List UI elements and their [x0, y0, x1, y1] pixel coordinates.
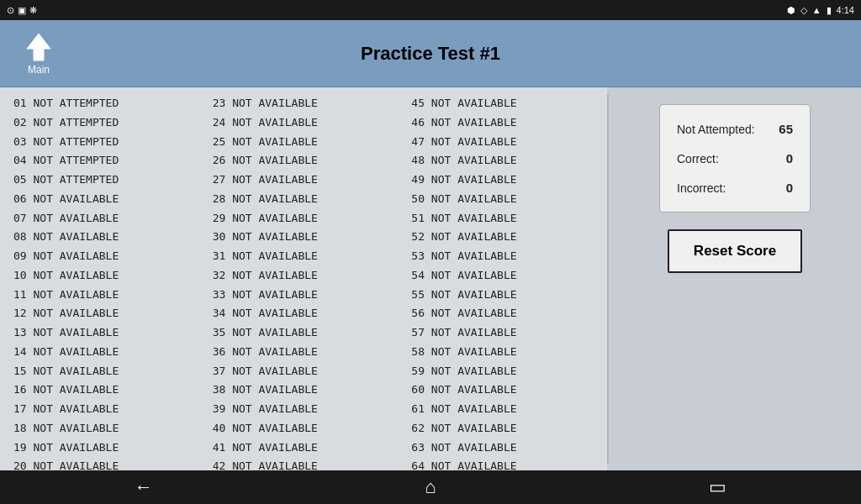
- reset-score-button[interactable]: Reset Score: [668, 229, 802, 273]
- sd-icon: ▣: [18, 5, 26, 16]
- list-item[interactable]: 33 NOT AVAILABLE: [213, 286, 395, 305]
- svg-marker-0: [27, 34, 50, 60]
- score-box: Not Attempted: 65 Correct: 0 Incorrect: …: [659, 104, 811, 213]
- list-item[interactable]: 53 NOT AVAILABLE: [411, 247, 594, 266]
- list-item[interactable]: 20 NOT AVAILABLE: [13, 457, 196, 470]
- list-item[interactable]: 49 NOT AVAILABLE: [411, 171, 594, 190]
- list-item[interactable]: 19 NOT AVAILABLE: [13, 438, 196, 458]
- list-item[interactable]: 62 NOT AVAILABLE: [411, 419, 594, 438]
- list-item[interactable]: 31 NOT AVAILABLE: [213, 247, 395, 266]
- question-columns: 01 NOT ATTEMPTED02 NOT ATTEMPTED03 NOT A…: [13, 94, 594, 470]
- list-item[interactable]: 05 NOT ATTEMPTED: [13, 171, 196, 190]
- list-item[interactable]: 58 NOT AVAILABLE: [411, 343, 594, 362]
- list-item[interactable]: 64 NOT AVAILABLE: [411, 457, 594, 470]
- status-left-icons: ⊙ ▣ ❋: [7, 5, 37, 16]
- incorrect-row: Incorrect: 0: [677, 181, 793, 195]
- list-item[interactable]: 15 NOT AVAILABLE: [13, 362, 196, 381]
- list-item[interactable]: 38 NOT AVAILABLE: [213, 381, 395, 400]
- list-item[interactable]: 63 NOT AVAILABLE: [411, 438, 594, 458]
- list-item[interactable]: 16 NOT AVAILABLE: [13, 381, 196, 400]
- list-item[interactable]: 54 NOT AVAILABLE: [411, 266, 594, 286]
- list-item[interactable]: 02 NOT ATTEMPTED: [13, 113, 196, 133]
- right-panel: Not Attempted: 65 Correct: 0 Incorrect: …: [609, 87, 861, 470]
- list-item[interactable]: 47 NOT AVAILABLE: [411, 133, 594, 152]
- not-attempted-label: Not Attempted:: [677, 123, 755, 136]
- back-nav-button[interactable]: ←: [119, 470, 169, 504]
- question-list[interactable]: 01 NOT ATTEMPTED02 NOT ATTEMPTED03 NOT A…: [0, 87, 607, 470]
- list-item[interactable]: 57 NOT AVAILABLE: [411, 323, 594, 343]
- list-item[interactable]: 46 NOT AVAILABLE: [411, 113, 594, 133]
- incorrect-label: Incorrect:: [677, 181, 726, 195]
- list-item[interactable]: 39 NOT AVAILABLE: [213, 400, 395, 419]
- clock: 4:14: [837, 5, 854, 15]
- list-item[interactable]: 29 NOT AVAILABLE: [213, 209, 395, 228]
- list-item[interactable]: 12 NOT AVAILABLE: [13, 304, 196, 323]
- correct-value: 0: [786, 151, 793, 165]
- list-item[interactable]: 14 NOT AVAILABLE: [13, 343, 196, 362]
- list-item[interactable]: 18 NOT AVAILABLE: [13, 419, 196, 438]
- page-title: Practice Test #1: [0, 43, 861, 65]
- list-item[interactable]: 23 NOT AVAILABLE: [213, 94, 395, 113]
- list-item[interactable]: 61 NOT AVAILABLE: [411, 400, 594, 419]
- not-attempted-value: 65: [779, 122, 793, 136]
- question-column: 45 NOT AVAILABLE46 NOT AVAILABLE47 NOT A…: [411, 94, 594, 470]
- list-item[interactable]: 13 NOT AVAILABLE: [13, 323, 196, 343]
- notification-icon: ◇: [800, 5, 807, 16]
- back-button[interactable]: Main: [13, 32, 64, 76]
- list-item[interactable]: 51 NOT AVAILABLE: [411, 209, 594, 228]
- bluetooth-icon: ⬢: [787, 5, 795, 16]
- list-item[interactable]: 55 NOT AVAILABLE: [411, 286, 594, 305]
- list-item[interactable]: 59 NOT AVAILABLE: [411, 362, 594, 381]
- list-item[interactable]: 28 NOT AVAILABLE: [213, 190, 395, 209]
- battery-icon: ▮: [827, 5, 832, 16]
- list-item[interactable]: 37 NOT AVAILABLE: [213, 362, 395, 381]
- incorrect-value: 0: [786, 181, 793, 195]
- wifi-icon: ▲: [812, 5, 821, 15]
- list-item[interactable]: 34 NOT AVAILABLE: [213, 304, 395, 323]
- app-container: Main Practice Test #1 01 NOT ATTEMPTED02…: [0, 20, 861, 470]
- not-attempted-row: Not Attempted: 65: [677, 122, 793, 136]
- home-nav-button[interactable]: ⌂: [405, 470, 456, 504]
- list-item[interactable]: 30 NOT AVAILABLE: [213, 228, 395, 247]
- list-item[interactable]: 17 NOT AVAILABLE: [13, 400, 196, 419]
- list-item[interactable]: 56 NOT AVAILABLE: [411, 304, 594, 323]
- question-column: 01 NOT ATTEMPTED02 NOT ATTEMPTED03 NOT A…: [13, 94, 196, 470]
- list-item[interactable]: 01 NOT ATTEMPTED: [13, 94, 196, 113]
- list-item[interactable]: 25 NOT AVAILABLE: [213, 133, 395, 152]
- list-item[interactable]: 26 NOT AVAILABLE: [213, 151, 395, 171]
- circle-icon: ⊙: [7, 5, 14, 16]
- app-icon: ❋: [29, 5, 37, 16]
- list-item[interactable]: 32 NOT AVAILABLE: [213, 266, 395, 286]
- status-bar: ⊙ ▣ ❋ ⬢ ◇ ▲ ▮ 4:14: [0, 0, 861, 20]
- header: Main Practice Test #1: [0, 20, 861, 87]
- list-item[interactable]: 09 NOT AVAILABLE: [13, 247, 196, 266]
- list-item[interactable]: 04 NOT ATTEMPTED: [13, 151, 196, 171]
- list-item[interactable]: 40 NOT AVAILABLE: [213, 419, 395, 438]
- list-item[interactable]: 08 NOT AVAILABLE: [13, 228, 196, 247]
- back-arrow-icon: [24, 32, 54, 62]
- list-item[interactable]: 60 NOT AVAILABLE: [411, 381, 594, 400]
- status-right-icons: ⬢ ◇ ▲ ▮ 4:14: [787, 5, 854, 16]
- list-item[interactable]: 07 NOT AVAILABLE: [13, 209, 196, 228]
- list-item[interactable]: 35 NOT AVAILABLE: [213, 323, 395, 343]
- list-item[interactable]: 36 NOT AVAILABLE: [213, 343, 395, 362]
- list-item[interactable]: 42 NOT AVAILABLE: [213, 457, 395, 470]
- back-label: Main: [28, 64, 50, 76]
- recent-nav-button[interactable]: ▭: [692, 470, 742, 504]
- list-item[interactable]: 03 NOT ATTEMPTED: [13, 133, 196, 152]
- list-item[interactable]: 24 NOT AVAILABLE: [213, 113, 395, 133]
- list-item[interactable]: 52 NOT AVAILABLE: [411, 228, 594, 247]
- list-item[interactable]: 06 NOT AVAILABLE: [13, 190, 196, 209]
- correct-label: Correct:: [677, 152, 719, 165]
- content-area: 01 NOT ATTEMPTED02 NOT ATTEMPTED03 NOT A…: [0, 87, 861, 470]
- question-column: 23 NOT AVAILABLE24 NOT AVAILABLE25 NOT A…: [213, 94, 395, 470]
- list-item[interactable]: 10 NOT AVAILABLE: [13, 266, 196, 286]
- list-item[interactable]: 27 NOT AVAILABLE: [213, 171, 395, 190]
- list-item[interactable]: 41 NOT AVAILABLE: [213, 438, 395, 458]
- list-item[interactable]: 45 NOT AVAILABLE: [411, 94, 594, 113]
- list-item[interactable]: 11 NOT AVAILABLE: [13, 286, 196, 305]
- nav-bar: ← ⌂ ▭: [0, 470, 861, 504]
- correct-row: Correct: 0: [677, 151, 793, 165]
- list-item[interactable]: 48 NOT AVAILABLE: [411, 151, 594, 171]
- list-item[interactable]: 50 NOT AVAILABLE: [411, 190, 594, 209]
